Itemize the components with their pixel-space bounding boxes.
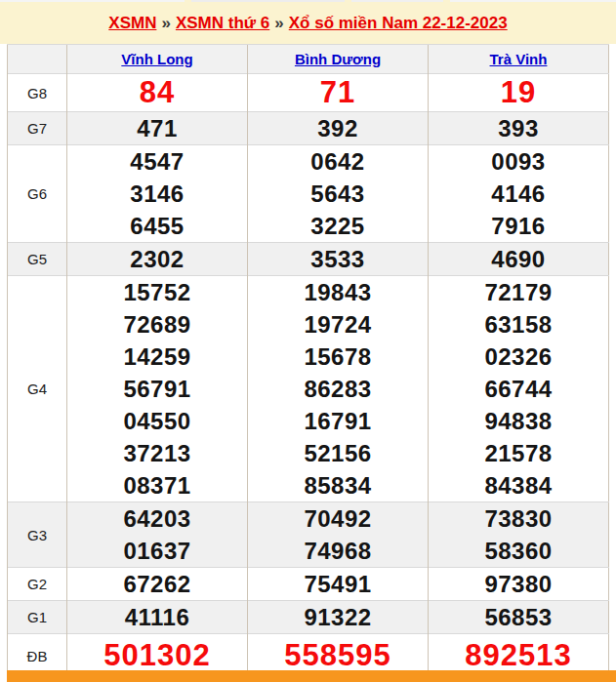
prize-row-g7: G7471392393 <box>8 112 609 145</box>
prize-number: 15678 <box>248 341 428 373</box>
prize-number: 21578 <box>429 437 608 469</box>
prize-number: 2302 <box>67 243 247 275</box>
prize-number: 5643 <box>248 178 428 210</box>
prize-cell: 75491 <box>248 568 429 601</box>
prize-cell: 84 <box>67 74 248 112</box>
province-header-row: Vĩnh LongBình DươngTrà Vinh <box>8 45 609 74</box>
bottom-accent-bar <box>7 670 616 682</box>
prize-number: 94838 <box>429 405 608 437</box>
prize-number: 19843 <box>248 276 428 308</box>
prize-cell: 393 <box>429 112 609 145</box>
prize-number: 64203 <box>67 502 247 535</box>
prize-number: 91322 <box>248 601 428 633</box>
prize-number: 58360 <box>429 535 608 567</box>
prize-number: 75491 <box>248 568 428 600</box>
prize-label: G1 <box>8 601 67 634</box>
prize-row-g4: G415752726891425956791045503721308371198… <box>8 276 609 502</box>
province-header-cell: Trà Vinh <box>429 45 609 74</box>
prize-label: G7 <box>8 112 67 145</box>
prize-number: 84384 <box>429 469 608 501</box>
prize-number: 02326 <box>429 341 608 373</box>
prize-number: 4690 <box>429 243 608 275</box>
prize-number: 16791 <box>248 405 428 437</box>
prize-number: 392 <box>248 112 428 144</box>
prize-label: G2 <box>8 568 67 601</box>
prize-number: 3146 <box>67 178 247 210</box>
prize-row-g2: G2672627549197380 <box>8 568 609 601</box>
prize-cell: 67262 <box>67 568 248 601</box>
prize-row-g6: G6454731466455064256433225009341467916 <box>8 145 609 243</box>
prize-cell: 009341467916 <box>429 145 609 243</box>
prize-number: 3225 <box>248 210 428 242</box>
prize-number: 08371 <box>67 469 247 501</box>
prize-cell: 56853 <box>429 601 609 634</box>
province-header-link[interactable]: Bình Dương <box>295 51 381 67</box>
province-header-link[interactable]: Vĩnh Long <box>121 51 192 67</box>
prize-number: 04550 <box>67 405 247 437</box>
prize-label: G5 <box>8 243 67 276</box>
prize-label: G4 <box>8 276 67 502</box>
prize-number: 393 <box>429 112 608 144</box>
prize-number: 7916 <box>429 210 608 242</box>
prize-number: 70492 <box>248 502 428 535</box>
breadcrumb-link-date[interactable]: Xổ số miền Nam 22-12-2023 <box>289 14 508 32</box>
prize-cell: 392 <box>248 112 429 145</box>
prize-number: 471 <box>67 112 247 144</box>
breadcrumb-link-xsmn-thu-6[interactable]: XSMN thứ 6 <box>176 14 269 32</box>
prize-cell: 454731466455 <box>67 145 248 243</box>
prize-number: 85834 <box>248 469 428 501</box>
prize-number: 3533 <box>248 243 428 275</box>
prize-label: G8 <box>8 74 67 112</box>
prize-number: 4146 <box>429 178 608 210</box>
prize-cell: 19 <box>429 74 609 112</box>
prize-number: 84 <box>67 74 247 111</box>
prize-number: 72179 <box>429 276 608 308</box>
title-band: XSMN»XSMN thứ 6»Xổ số miền Nam 22-12-202… <box>0 2 616 44</box>
prize-number: 63158 <box>429 308 608 341</box>
prize-number: 71 <box>248 74 428 111</box>
prize-cell: 7049274968 <box>248 502 429 568</box>
prize-number: 56791 <box>67 373 247 405</box>
prize-number: 86283 <box>248 373 428 405</box>
prize-number: 6455 <box>67 210 247 242</box>
prize-number: 14259 <box>67 341 247 373</box>
prize-number: 74968 <box>248 535 428 567</box>
lottery-results-table: Vĩnh LongBình DươngTrà Vinh G8847119G747… <box>7 44 609 678</box>
prize-cell: 7383058360 <box>429 502 609 568</box>
prize-number: 37213 <box>67 437 247 469</box>
prize-number: 19 <box>429 74 608 111</box>
prize-number: 67262 <box>67 568 247 600</box>
breadcrumb-separator: » <box>269 14 288 32</box>
prize-cell: 19843197241567886283167915215685834 <box>248 276 429 502</box>
breadcrumb-link-xsmn[interactable]: XSMN <box>108 14 156 32</box>
prize-cell: 064256433225 <box>248 145 429 243</box>
prize-number: 56853 <box>429 601 608 633</box>
prize-cell: 91322 <box>248 601 429 634</box>
prize-number: 52156 <box>248 437 428 469</box>
prize-cell: 471 <box>67 112 248 145</box>
prize-number: 72689 <box>67 308 247 341</box>
prize-row-g3: G3642030163770492749687383058360 <box>8 502 609 568</box>
prize-number: 66744 <box>429 373 608 405</box>
prize-cell: 2302 <box>67 243 248 276</box>
prize-number: 0093 <box>429 145 608 178</box>
province-header-link[interactable]: Trà Vinh <box>490 51 548 67</box>
prize-cell: 72179631580232666744948382157884384 <box>429 276 609 502</box>
province-header-cell: Vĩnh Long <box>67 45 248 74</box>
prize-label: G6 <box>8 145 67 243</box>
prize-label: G3 <box>8 502 67 568</box>
prize-cell: 6420301637 <box>67 502 248 568</box>
prize-number: 01637 <box>67 535 247 567</box>
prize-cell: 3533 <box>248 243 429 276</box>
prize-cell: 4690 <box>429 243 609 276</box>
prize-number: 19724 <box>248 308 428 341</box>
corner-cell <box>8 45 67 74</box>
prize-cell: 15752726891425956791045503721308371 <box>67 276 248 502</box>
prize-number: 4547 <box>67 145 247 178</box>
prize-number: 0642 <box>248 145 428 178</box>
prize-cell: 97380 <box>429 568 609 601</box>
prize-row-g5: G5230235334690 <box>8 243 609 276</box>
prize-cell: 41116 <box>67 601 248 634</box>
prize-cell: 71 <box>248 74 429 112</box>
breadcrumb-separator: » <box>156 14 175 32</box>
